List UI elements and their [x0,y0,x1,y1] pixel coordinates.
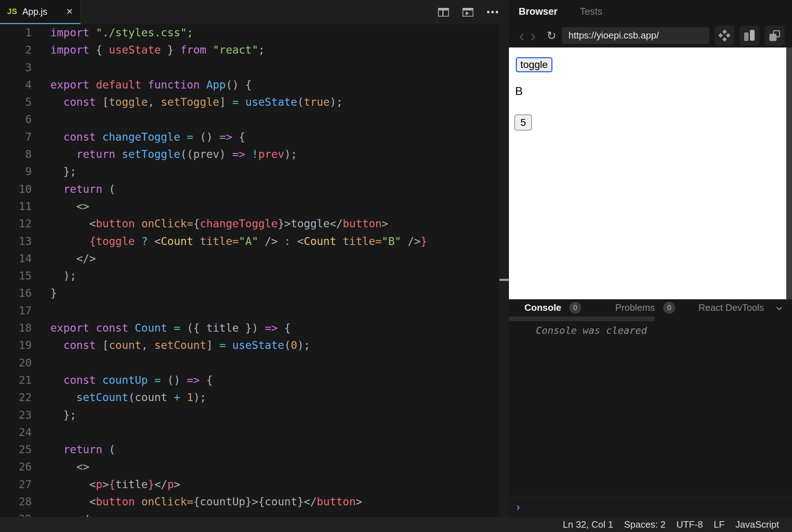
line-number: 28 [0,493,32,510]
line-number: 19 [0,337,32,354]
code-line[interactable]: 12 <button onClick={changeToggle}>toggle… [0,215,499,232]
line-number: 22 [0,389,32,406]
line-number: 13 [0,233,32,250]
code-line[interactable]: 8 return setToggle((prev) => !prev); [0,146,499,163]
line-number: 23 [0,406,32,424]
code-line[interactable]: 14 </> [0,250,499,267]
forward-icon[interactable]: › [527,28,538,43]
line-number: 16 [0,285,32,302]
console-panel: Console 0 Problems 0 React DevTools Cons… [509,299,792,496]
split-preview-icon [743,29,756,42]
code-line[interactable]: 3 [0,59,499,76]
split-preview-button[interactable] [739,26,760,46]
javascript-file-icon: JS [7,7,17,16]
line-number: 21 [0,372,32,389]
line-number: 2 [0,41,32,59]
code-line[interactable]: 29 </> [0,510,499,517]
code-line[interactable]: 10 return ( [0,181,499,198]
editor-actions [436,0,499,24]
line-number: 8 [0,146,32,163]
viewport-scrollbar[interactable] [786,47,792,299]
line-number: 27 [0,476,32,493]
code-line[interactable]: 27 <p>{title}</p> [0,476,499,493]
line-number: 18 [0,319,32,337]
status-encoding[interactable]: UTF-8 [677,519,703,530]
console-input-row[interactable]: › [509,496,792,517]
line-number: 3 [0,59,32,76]
tab-problems[interactable]: Problems [615,302,655,313]
resize-handle[interactable] [499,279,509,281]
code-line[interactable]: 16} [0,285,499,302]
browser-navbar: ‹ › ↻ [509,23,792,47]
code-line[interactable]: 21 const countUp = () => { [0,372,499,389]
code-line[interactable]: 18export const Count = ({ title }) => { [0,319,499,337]
code-line[interactable]: 19 const [count, setCount] = useState(0)… [0,337,499,354]
tab-app-js[interactable]: JS App.js ✕ [0,0,81,24]
code-line[interactable]: 7 const changeToggle = () => { [0,128,499,146]
back-icon[interactable]: ‹ [516,28,527,43]
status-indentation[interactable]: Spaces: 2 [624,519,666,530]
responsive-mode-button[interactable] [714,26,734,46]
close-tab-icon[interactable]: ✕ [66,7,73,17]
line-number: 5 [0,94,32,111]
browser-viewport: toggle B 5 [509,47,786,299]
pane-divider [499,0,509,517]
code-line[interactable]: 20 [0,354,499,372]
url-input[interactable] [562,27,709,44]
code-line[interactable]: 1import "./styles.css"; [0,24,499,41]
line-number: 10 [0,181,32,198]
line-number: 29 [0,510,32,517]
console-count-badge: 0 [569,302,581,314]
line-number: 14 [0,250,32,267]
chevron-down-icon[interactable] [777,305,782,310]
code-line[interactable]: 25 return ( [0,441,499,458]
editor-pane: JS App.js ✕ 1import "./styles.css";2impo… [0,0,499,517]
console-scrollbar-thumb[interactable] [509,317,655,321]
open-new-window-button[interactable] [765,26,785,46]
line-number: 24 [0,424,32,441]
code-line[interactable]: 2import { useState } from "react"; [0,41,499,59]
code-line[interactable]: 4export default function App() { [0,76,499,94]
codesandbox-window: JS App.js ✕ 1import "./styles.css";2impo… [0,0,792,532]
preview-count-button[interactable]: 5 [514,114,532,131]
code-line[interactable]: 26 <> [0,458,499,476]
tab-console[interactable]: Console [524,302,561,313]
line-number: 6 [0,111,32,128]
code-line[interactable]: 24 [0,424,499,441]
preview-panel: Browser Tests ‹ › ↻ toggle B 5 [509,0,792,517]
code-line[interactable]: 13 {toggle ? <Count title="A" /> : <Coun… [0,233,499,250]
preview-title-text: B [515,85,523,98]
code-line[interactable]: 23 }; [0,406,499,424]
tab-label: App.js [22,6,47,17]
code-line[interactable]: 6 [0,111,499,128]
status-cursor-position[interactable]: Ln 32, Col 1 [563,519,613,530]
code-line[interactable]: 9 }; [0,163,499,180]
code-line[interactable]: 17 [0,302,499,319]
tab-tests[interactable]: Tests [580,6,602,17]
refresh-icon[interactable]: ↻ [547,29,556,42]
line-number: 4 [0,76,32,94]
code-line[interactable]: 22 setCount(count + 1); [0,389,499,406]
line-number: 15 [0,267,32,285]
line-number: 9 [0,163,32,180]
code-line[interactable]: 11 <> [0,198,499,215]
code-line[interactable]: 28 <button onClick={countUp}>{count}</bu… [0,493,499,510]
line-number: 17 [0,302,32,319]
code-line[interactable]: 15 ); [0,267,499,285]
console-cleared-message: Console was cleared [536,325,647,336]
code-editor[interactable]: 1import "./styles.css";2import { useStat… [0,24,499,517]
open-new-window-icon [769,30,780,41]
tab-browser[interactable]: Browser [519,6,557,17]
code-line[interactable]: 5 const [toggle, setToggle] = useState(t… [0,94,499,111]
status-language-mode[interactable]: JavaScript [736,519,779,530]
open-preview-icon[interactable] [463,8,473,17]
line-number: 1 [0,24,32,41]
status-eol[interactable]: LF [714,519,724,530]
more-actions-icon[interactable] [487,11,498,13]
split-editor-icon[interactable] [438,8,449,17]
tab-react-devtools[interactable]: React DevTools [698,302,764,313]
problems-count-badge: 0 [663,302,675,314]
line-number: 11 [0,198,32,215]
preview-toggle-button[interactable]: toggle [516,57,552,72]
status-bar: Ln 32, Col 1Spaces: 2UTF-8LFJavaScript [0,517,792,532]
